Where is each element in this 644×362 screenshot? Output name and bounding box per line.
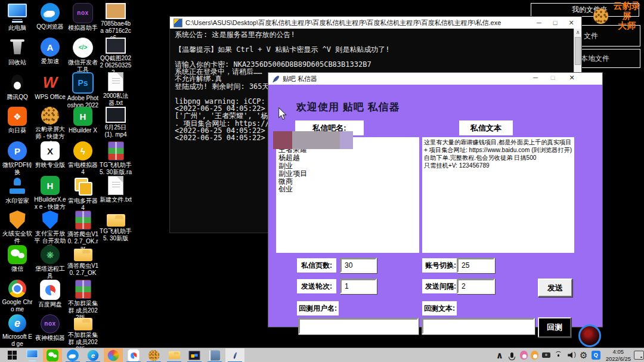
dialog-heading: 欢迎使用 贴吧 私信器 [296,100,400,114]
baidu-pan-icon [128,349,140,361]
send-rounds-input[interactable]: 1 [340,279,377,294]
desktop-icon-baidu-pan[interactable]: 百度网盘 [34,280,66,308]
desktop-icon-huorong[interactable]: 火绒安全软件 [1,211,33,245]
desktop-icon-wechat[interactable]: 微信 [1,245,33,273]
desktop-icon-photoshop[interactable]: PsAdobe Photoshop 2022 [67,72,99,109]
settings-icon[interactable]: ⚙ [579,350,589,361]
list-item[interactable]: 杨超越 [278,154,417,162]
desktop-icon-this-pc[interactable]: 此电脑 [1,3,33,32]
desktop-icon-wechat-devtools[interactable]: </>微信开发者工具 [67,38,99,73]
microphone-icon[interactable] [507,350,517,361]
list-item[interactable]: 副业 [278,162,417,170]
maximize-icon[interactable]: □ [546,74,559,81]
aijiasu-icon: A [41,38,60,57]
scroll-up-icon[interactable]: ∧ [574,29,581,36]
globe-app-icon [108,349,119,361]
wechat-icon [47,349,58,361]
brand-line1: 云豹录屏 [614,1,640,21]
dialog-titlebar[interactable]: 贴吧 私信器 ─ □ ✕ [268,73,602,85]
taskbar-item-pc[interactable] [23,348,42,362]
show-desktop-button[interactable] [634,351,644,360]
pages-input[interactable]: 30 [340,258,377,273]
taskbar-item-qq-browser[interactable] [63,348,82,362]
qq-screenshot-icon [106,38,126,54]
callback-button[interactable]: 回测 [538,317,571,338]
close-icon[interactable]: ✕ [565,74,578,82]
desktop-icon-aijiasu[interactable]: A爱加速 [34,38,66,65]
tray-expand-icon[interactable]: ∧ [495,350,504,361]
console-titlebar[interactable]: C:\Users\ASUS\Desktop\百度私信机主程序\百度私信机主程序\… [170,17,581,29]
taskbar-item-explorer[interactable] [165,348,184,362]
icon-label: 向日葵 [1,127,33,134]
desktop-icon-watermark[interactable]: 水印管家 [1,176,33,205]
maximize-icon[interactable]: □ [549,19,562,26]
taskbar-item-start[interactable] [2,348,21,362]
desktop-icon-txt-2000[interactable]: 2000私法器.txt [100,72,132,107]
pages-label: 私信页数: [297,258,336,273]
taskbar-item-console[interactable] [185,348,204,362]
dialog-window: 贴吧 私信器 ─ □ ✕ 欢迎使用 贴吧 私信器 私信吧名: 私信文本 广州王者… [268,73,602,327]
account-switch-input[interactable]: 25 [457,258,495,273]
icon-label: 微信开发者工具 [67,59,99,73]
photoshop-icon: Ps [72,72,94,94]
list-item[interactable]: 微商 [278,178,417,185]
q-dock-icon[interactable]: Q [592,351,600,360]
scrollbar-thumb[interactable] [575,37,581,65]
minimize-icon[interactable]: ─ [529,74,542,81]
taskbar-item-python-app[interactable] [225,348,244,362]
wifi-icon[interactable] [554,350,564,361]
desktop-icon-baota[interactable]: ❋堡塔远程工具 [34,245,66,280]
taskbar-item-edge[interactable]: e [83,348,103,362]
taskbar-item-globe-app[interactable] [104,348,123,362]
qq-orange-icon[interactable] [531,351,538,360]
icon-label: WPS Office [34,94,66,101]
desktop-icon-jianying[interactable]: X剪映专业版 [34,141,66,169]
list-item[interactable]: 创业 [278,185,417,193]
qq-pink-icon[interactable] [520,351,528,360]
desktop-icon-new-txt[interactable]: 新建文件.txt [100,176,132,203]
desktop-icon-wps-office[interactable]: WWPS Office [34,72,66,101]
desktop-icon-ldplayer4[interactable]: ϟ雷电模拟器4 [67,141,99,176]
console-line [175,53,574,60]
desktop-icon-ld-multi4[interactable]: 雷电多开器4 [67,176,99,212]
desktop-icon-chrome[interactable]: Google Chro me [1,280,33,313]
minimize-icon[interactable]: ─ [532,19,546,26]
taskbar-item-notebook[interactable] [205,348,224,362]
desktop-icon-image-7085[interactable]: 7085bae4ba a6716c2cc6... [100,3,132,41]
desktop-icon-qq-browser[interactable]: QQ浏览器 [34,3,66,30]
callback-user-input[interactable] [298,318,419,335]
taskbar-item-wechat[interactable] [43,348,62,362]
taskbar-clock[interactable]: 4:05 2022/6/25 [606,348,631,362]
desktop-icon-collector-folder[interactable]: 不加群采集群 成员2022版... [67,314,99,352]
desktop-icon-dida-folder[interactable]: 滴答爬虫V10. 2.7_OK [67,245,99,277]
chrome-icon [8,280,26,298]
desktop-icon-sunflower[interactable]: ❖向日葵 [1,107,33,134]
desktop-icon-mp4-june25[interactable]: 6月25日 (1). mp4 [100,107,132,138]
camera-icon[interactable] [541,350,551,361]
desktop-icon-recycle-bin[interactable]: 回收站 [1,38,33,66]
console-line: 系统公告: 这是服务器里存放的公告! [175,31,574,38]
desktop-icon-tg-helper-folder[interactable]: TG飞机助手5. 30新版 [100,211,132,242]
tieba-name-listbox[interactable]: 广州王者荣耀杨超越副业副业项目微商创业 [276,137,419,253]
send-interval-input[interactable]: 2 [457,279,495,294]
list-item[interactable]: 副业项目 [278,170,417,178]
desktop-icon-qq-screenshot[interactable]: QQ截图2022 062503252... [100,38,132,76]
close-icon[interactable]: ✕ [565,19,578,27]
desktop-icon-ms-pdf[interactable]: P微软PDF转换 [1,141,33,176]
this-pc-icon [7,3,28,23]
taskbar-item-baidu-pan[interactable] [124,348,143,362]
account-switch-label: 账号切换: [422,258,459,273]
dialog-content: 欢迎使用 贴吧 私信器 私信吧名: 私信文本 广州王者荣耀杨超越副业副业项目微商… [268,85,602,327]
desktop-icon-ms-edge[interactable]: eMicrosoft Ed ge [1,314,33,348]
message-textarea[interactable]: 这里有大量的靠谱赚钱项目,都是外面卖上千的真实项目 + 项目集合网址: http… [422,137,574,253]
desktop-icon-nox-player[interactable]: nox夜神模拟器 [34,314,66,342]
desktop-icon-nox-helper[interactable]: nox模拟器助手 [67,3,99,32]
desktop-icon-hbuilder-x[interactable]: HHBuilder X [67,107,99,134]
console-icon [189,351,200,360]
send-button[interactable]: 发送 [538,279,572,297]
callback-text-input[interactable] [422,318,535,335]
speaker-icon[interactable] [566,350,576,361]
icon-label: HBuilder X [67,127,99,134]
taskbar-item-yunbao[interactable] [144,348,163,362]
desktop-icon-tencent-qq[interactable]: 腾讯QQ [1,72,33,101]
